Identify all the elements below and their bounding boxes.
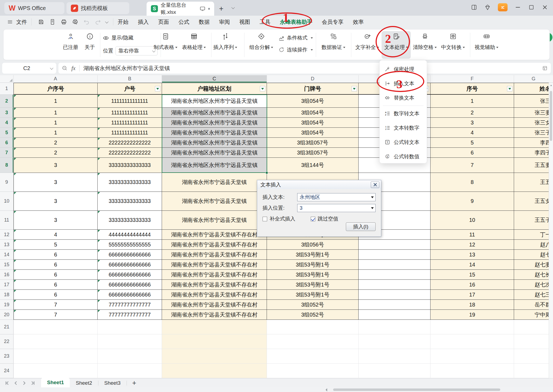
scroll-left-arrow-icon[interactable] bbox=[324, 388, 327, 391]
cell-F21[interactable] bbox=[431, 320, 514, 334]
sheet-tab-sheet1[interactable]: Sheet1 bbox=[41, 378, 70, 387]
row-header-2[interactable]: 2 bbox=[0, 95, 14, 108]
cell-F15[interactable]: 14 bbox=[431, 260, 514, 270]
cell-A13[interactable]: 5 bbox=[14, 240, 98, 250]
menu-page[interactable]: 页面 bbox=[158, 17, 170, 27]
cell-F12[interactable]: 11 bbox=[431, 230, 514, 240]
cell-G10[interactable]: 王五女 bbox=[514, 192, 553, 211]
history-chevron-icon[interactable] bbox=[105, 21, 108, 23]
column-header-G[interactable]: G bbox=[514, 75, 553, 83]
row-header-6[interactable]: 6 bbox=[0, 138, 14, 148]
cell-E18[interactable] bbox=[359, 290, 431, 300]
skip-empty-option[interactable]: 跳过空值 bbox=[311, 215, 338, 222]
minimize-icon[interactable] bbox=[515, 4, 521, 11]
column-header-D[interactable]: D bbox=[267, 75, 359, 83]
gem-icon[interactable] bbox=[484, 4, 491, 11]
tab-active-document[interactable]: S 全量信息台账.xlsx bbox=[147, 2, 214, 16]
row-header-15[interactable]: 15 bbox=[0, 260, 14, 270]
cell-D19[interactable]: 3组052号 bbox=[267, 300, 359, 310]
cell-G1[interactable]: 姓名 bbox=[514, 83, 553, 95]
cell-C22[interactable] bbox=[162, 334, 267, 349]
filter-button[interactable] bbox=[352, 86, 357, 91]
cell-B22[interactable] bbox=[98, 334, 162, 349]
row-header-19[interactable]: 19 bbox=[0, 300, 14, 310]
dialog-close-button[interactable] bbox=[371, 182, 379, 188]
cell-A19[interactable]: 7 bbox=[14, 300, 98, 310]
cell-A4[interactable]: 1 bbox=[14, 118, 98, 128]
cell-F3[interactable]: 2 bbox=[431, 108, 514, 118]
cell-A5[interactable]: 1 bbox=[14, 128, 98, 138]
last-sheet-icon[interactable] bbox=[31, 381, 35, 385]
data-validation-button[interactable]: 数据验证 bbox=[320, 33, 346, 51]
about-button[interactable]: 关于 bbox=[82, 33, 98, 51]
row-header-16[interactable]: 16 bbox=[0, 270, 14, 280]
row-header-7[interactable]: 7 bbox=[0, 148, 14, 158]
cell-B6[interactable]: 22222222222222 bbox=[98, 138, 162, 148]
dialog-title-bar[interactable]: 文本插入 bbox=[257, 180, 381, 189]
cell-D13[interactable]: 3组056号 bbox=[267, 240, 359, 250]
full-insert-option[interactable]: 补全式插入 bbox=[263, 215, 295, 222]
cell-G22[interactable] bbox=[514, 334, 553, 349]
full-insert-checkbox[interactable] bbox=[263, 217, 267, 221]
cell-D5[interactable]: 3组054号 bbox=[267, 128, 359, 138]
cell-A6[interactable]: 2 bbox=[14, 138, 98, 148]
first-sheet-icon[interactable] bbox=[5, 381, 9, 385]
cell-B17[interactable]: 66666666666666 bbox=[98, 280, 162, 290]
row-header-9[interactable]: 9 bbox=[0, 173, 14, 192]
cell-C1[interactable]: 户籍地址区划 bbox=[162, 83, 267, 95]
row-header-8[interactable]: 8 bbox=[0, 158, 14, 173]
cell-D23[interactable] bbox=[267, 349, 359, 364]
horizontal-scrollbar[interactable] bbox=[0, 387, 553, 392]
name-box[interactable]: C2 bbox=[2, 63, 56, 74]
skip-empty-checkbox[interactable] bbox=[311, 217, 315, 221]
cell-E13[interactable] bbox=[359, 240, 431, 250]
row-header-20[interactable]: 20 bbox=[0, 310, 14, 320]
combine-split-button[interactable]: 组合分解 bbox=[248, 33, 274, 51]
cell-G24[interactable] bbox=[514, 364, 553, 378]
cell-G14[interactable]: 赵七 bbox=[514, 250, 553, 260]
row-header-23[interactable]: 23 bbox=[0, 349, 14, 364]
cell-E17[interactable] bbox=[359, 280, 431, 290]
vertical-scroll-thumb[interactable] bbox=[550, 91, 552, 141]
cell-E16[interactable] bbox=[359, 270, 431, 280]
continuous-operation-button[interactable]: 连续操作 bbox=[278, 46, 313, 53]
cell-F8[interactable]: 7 bbox=[431, 158, 514, 173]
cell-C18[interactable]: 湖南省永州市宁远县天堂镇不存在村 bbox=[162, 290, 267, 300]
cell-A15[interactable]: 6 bbox=[14, 260, 98, 270]
menu-insert[interactable]: 插入 bbox=[137, 17, 149, 27]
cell-B21[interactable] bbox=[98, 320, 162, 334]
tab-list-chevron-icon[interactable] bbox=[231, 6, 234, 9]
row-header-5[interactable]: 5 bbox=[0, 128, 14, 138]
cell-D18[interactable]: 3组53号附1号 bbox=[267, 290, 359, 300]
formula-bar[interactable]: fx 湖南省永州地区永州市宁远县天堂镇 bbox=[58, 63, 551, 74]
new-tab-button[interactable]: + bbox=[219, 4, 223, 13]
redo-icon[interactable] bbox=[95, 19, 101, 25]
cell-C3[interactable]: 湖南省永州地区永州市宁远县天堂镇 bbox=[162, 108, 267, 118]
cell-E15[interactable] bbox=[359, 260, 431, 270]
chinese-convert-button[interactable]: 中文转换 bbox=[440, 33, 466, 51]
cell-G5[interactable]: 张三子 bbox=[514, 128, 553, 138]
hamburger-icon[interactable] bbox=[7, 19, 13, 25]
cell-G18[interactable]: 赵七三 bbox=[514, 290, 553, 300]
undo-icon[interactable] bbox=[83, 19, 90, 25]
cell-G23[interactable] bbox=[514, 349, 553, 364]
cell-A12[interactable]: 4 bbox=[14, 230, 98, 240]
printer-icon[interactable] bbox=[61, 19, 67, 25]
cell-E22[interactable] bbox=[359, 334, 431, 349]
cell-D16[interactable]: 3组53号附1号 bbox=[267, 270, 359, 280]
menu-view[interactable]: 视图 bbox=[239, 17, 251, 27]
sheet-tab-sheet2[interactable]: Sheet2 bbox=[70, 378, 98, 388]
conditional-format-button[interactable]: 条件格式 bbox=[278, 34, 313, 41]
export-icon[interactable] bbox=[49, 19, 56, 25]
cell-G21[interactable] bbox=[514, 320, 553, 334]
cell-F14[interactable]: 13 bbox=[431, 250, 514, 260]
row-header-24[interactable]: 24 bbox=[0, 364, 14, 378]
cell-E19[interactable] bbox=[359, 300, 431, 310]
menu-file[interactable]: 文件 bbox=[16, 17, 28, 27]
cell-F13[interactable]: 12 bbox=[431, 240, 514, 250]
cell-F9[interactable]: 8 bbox=[431, 173, 514, 192]
cell-A24[interactable] bbox=[14, 364, 98, 378]
cell-G7[interactable]: 李四子 bbox=[514, 148, 553, 158]
row-header-22[interactable]: 22 bbox=[0, 334, 14, 349]
cell-B14[interactable]: 66666666666666 bbox=[98, 250, 162, 260]
